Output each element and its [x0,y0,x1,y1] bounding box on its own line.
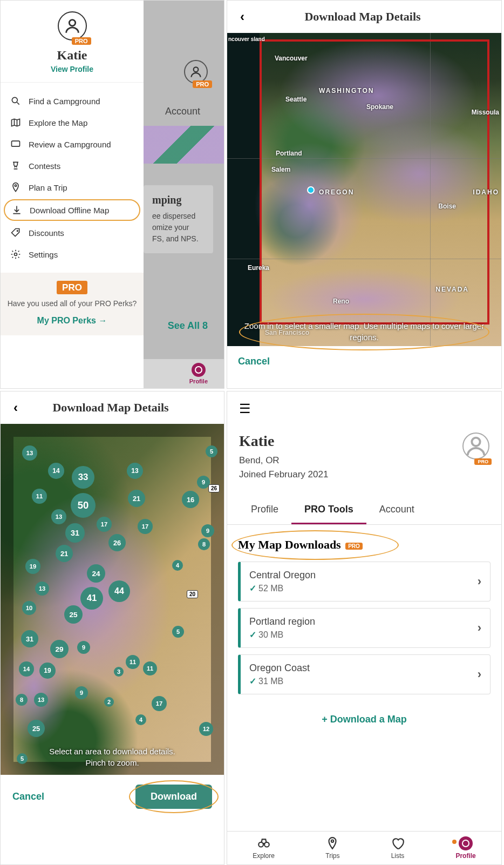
campground-cluster[interactable]: 19 [25,559,40,574]
nav-lists[interactable]: Lists [391,836,405,860]
campground-cluster[interactable]: 16 [182,491,199,508]
campground-cluster[interactable]: 29 [50,640,69,658]
user-avatar[interactable] [462,432,489,459]
tab-account[interactable]: Account [366,496,427,524]
menu-find-campground[interactable]: Find a Campground [1,90,144,112]
view-profile-link[interactable]: View Profile [1,65,144,73]
menu-explore-map[interactable]: Explore the Map [1,112,144,133]
menu-download-offline-map[interactable]: Download Offline Map [4,199,140,221]
download-size: ✓52 MB [249,583,316,593]
menu-settings[interactable]: Settings [1,244,144,265]
menu-label: Explore the Map [29,118,87,127]
campground-cluster[interactable]: 25 [64,605,83,624]
campground-cluster[interactable]: 17 [152,696,167,711]
campground-cluster[interactable]: 4 [172,560,183,571]
campground-cluster[interactable]: 21 [56,545,73,562]
menu-label: Review a Campground [29,140,111,149]
cancel-link[interactable]: Cancel [12,791,44,802]
campground-cluster[interactable]: 9 [75,686,88,699]
menu-label: Find a Campground [29,97,100,106]
campground-cluster[interactable]: 14 [19,661,34,677]
campground-cluster[interactable]: 31 [65,523,85,543]
campground-cluster[interactable]: 13 [51,509,66,524]
campground-cluster[interactable]: 11 [143,661,157,675]
campground-cluster[interactable]: 41 [80,587,103,610]
download-name: Oregon Coast [249,663,310,674]
download-item[interactable]: Portland region✓30 MB› [238,608,491,648]
campground-cluster[interactable]: 14 [48,463,64,479]
download-map-select-screen: ‹ Download Map Details 13143313511502116… [0,391,224,865]
download-item[interactable]: Oregon Coast✓31 MB› [238,654,491,694]
campground-cluster[interactable]: 31 [21,630,38,647]
campground-cluster[interactable]: 44 [108,580,130,602]
campground-cluster[interactable]: 8 [198,538,210,550]
menu-contests[interactable]: Contests [1,155,144,177]
campground-cluster[interactable]: 10 [22,601,36,615]
tab-profile[interactable]: Profile [238,496,291,524]
menu-review-campground[interactable]: Review a Campground [1,133,144,155]
campground-cluster[interactable]: 19 [39,663,56,679]
menu-plan-trip[interactable]: Plan a Trip [1,177,144,198]
campground-cluster[interactable]: 4 [135,714,146,725]
back-button[interactable]: ‹ [9,398,22,417]
campground-cluster[interactable]: 12 [199,722,213,736]
campground-cluster[interactable]: 33 [72,466,94,489]
see-all-link: See All 8 [168,320,208,332]
campground-cluster[interactable]: 25 [28,720,45,737]
label-salem: Salem [271,166,290,173]
svg-point-8 [258,842,263,847]
download-name: Central Oregon [249,570,316,581]
svg-point-7 [472,438,480,446]
campground-cluster[interactable]: 24 [87,564,105,583]
menu-button[interactable]: ☰ [239,401,489,416]
campground-cluster[interactable]: 5 [206,445,217,457]
svg-point-4 [17,231,18,232]
campground-cluster[interactable]: 13 [22,445,37,461]
nav-profile[interactable]: Profile [455,836,475,860]
back-button[interactable]: ‹ [236,7,249,26]
cancel-link[interactable]: Cancel [227,346,501,377]
profile-pro-tools-screen: ☰ Katie Bend, OR Joined February 2021 PR… [227,391,502,865]
nav-explore[interactable]: Explore [253,836,275,860]
campground-cluster[interactable]: 9 [201,524,214,537]
campground-cluster[interactable]: 13 [34,693,48,707]
campground-cluster[interactable]: 17 [138,519,153,534]
pro-badge-large: PRO [57,281,87,294]
label-nevada: NEVADA [435,286,469,293]
tab-pro-tools[interactable]: PRO Tools [291,496,366,524]
campground-cluster[interactable]: 21 [128,490,145,507]
campground-cluster[interactable]: 50 [71,493,96,518]
campground-cluster[interactable]: 13 [127,463,143,479]
campground-cluster[interactable]: 13 [35,582,49,596]
menu-label: Settings [29,250,58,259]
campground-cluster[interactable]: 11 [32,489,47,504]
campground-cluster[interactable]: 17 [97,517,112,532]
campground-cluster[interactable]: 5 [172,626,184,638]
campground-cluster[interactable]: 3 [114,667,124,677]
map-view[interactable]: ncouver sland Vancouver WASHINGTON Seatt… [227,33,501,346]
add-map-link[interactable]: + Download a Map [227,701,501,738]
label-spokane: Spokane [366,103,393,111]
map-view[interactable]: 1314331351150211691331171792126819244134… [1,424,224,775]
label-vancouver: Vancouver [275,55,308,62]
nav-profile: Profile [189,363,208,384]
user-location: Bend, OR [239,455,328,466]
nav-trips[interactable]: Trips [325,836,339,860]
pro-perks-link[interactable]: My PRO Perks → [7,316,137,326]
campground-cluster[interactable]: 8 [16,694,28,706]
label-vancouver-island: ncouver sland [228,36,265,42]
highlight-circle [231,530,399,560]
label-reno: Reno [333,298,349,305]
campground-cluster[interactable]: 9 [77,641,90,654]
download-item[interactable]: Central Oregon✓52 MB› [238,562,491,602]
menu-discounts[interactable]: Discounts [1,222,144,244]
heart-icon [391,836,405,850]
selection-rect[interactable] [260,39,489,325]
route-20-badge: 20 [187,590,198,598]
campground-cluster[interactable]: 11 [126,655,140,669]
pro-badge: PRO [72,37,91,45]
current-location-dot [307,186,315,194]
campground-cluster[interactable]: 26 [108,534,126,551]
user-avatar[interactable] [58,11,87,40]
campground-cluster[interactable]: 2 [104,697,114,707]
